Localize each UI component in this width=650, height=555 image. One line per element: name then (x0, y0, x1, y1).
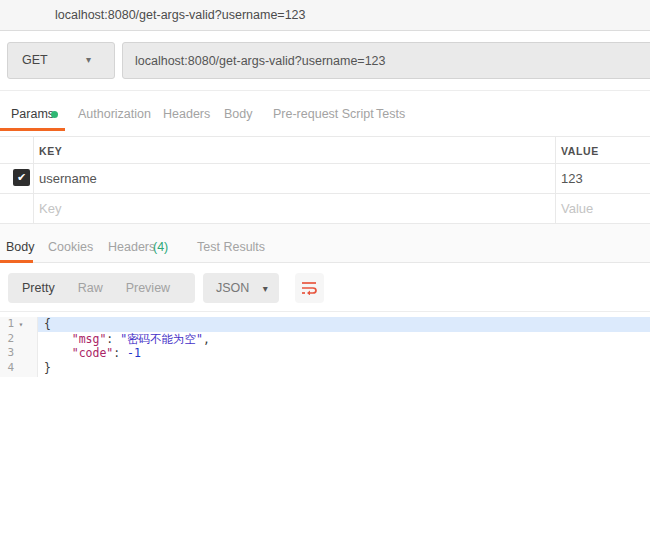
column-header-key: KEY (39, 145, 62, 157)
new-param-value-field[interactable]: Value (561, 201, 593, 216)
fold-toggle-icon[interactable]: ▾ (14, 317, 28, 332)
line-number: 3 (0, 346, 14, 361)
response-tab-body[interactable]: Body (6, 240, 35, 254)
method-select-value: GET (22, 53, 48, 67)
active-tab-underline (0, 260, 33, 263)
json-key: "code" (72, 346, 114, 360)
view-mode-pretty[interactable]: Pretty (22, 273, 55, 303)
tab-headers[interactable]: Headers (163, 107, 210, 121)
view-mode-preview[interactable]: Preview (126, 273, 170, 303)
json-string-value: "密码不能为空" (120, 332, 203, 346)
tab-params[interactable]: Params (11, 107, 54, 121)
tab-tests[interactable]: Tests (376, 107, 405, 121)
view-mode-group: Pretty Raw Preview (8, 273, 195, 303)
column-header-value: VALUE (561, 145, 599, 157)
param-value-field[interactable]: 123 (561, 171, 583, 186)
method-select[interactable]: GET ▾ (7, 42, 115, 79)
code-line: 2 "msg": "密码不能为空", (0, 332, 650, 347)
json-number-value: -1 (127, 346, 141, 360)
chevron-down-icon: ▾ (263, 283, 268, 294)
response-tabs-bar: Body Cookies Headers (4) Test Results (0, 224, 650, 263)
table-column-divider (555, 136, 556, 223)
response-tab-headers[interactable]: Headers (108, 240, 155, 254)
line-number: 1 (0, 317, 14, 332)
check-icon: ✔ (17, 171, 26, 183)
format-select[interactable]: JSON ▾ (203, 273, 279, 303)
line-number: 4 (0, 361, 14, 376)
chevron-down-icon: ▾ (86, 54, 91, 65)
code-text: { (38, 317, 650, 332)
response-tab-cookies[interactable]: Cookies (48, 240, 93, 254)
code-line: 3 "code": -1 (0, 346, 650, 361)
table-border (0, 193, 650, 194)
tab-pre-request-script[interactable]: Pre-request Script (273, 107, 374, 121)
request-tab-bar: localhost:8080/get-args-valid?username=1… (0, 0, 650, 31)
view-mode-raw[interactable]: Raw (78, 273, 103, 303)
param-enabled-checkbox[interactable]: ✔ (13, 169, 30, 186)
table-border (0, 136, 650, 137)
postman-window: localhost:8080/get-args-valid?username=1… (0, 0, 650, 555)
params-active-dot-icon (51, 111, 58, 118)
divider (0, 311, 650, 312)
code-line: 4 } (0, 361, 650, 376)
param-key-field[interactable]: username (39, 171, 97, 186)
code-text: "msg": "密码不能为空", (38, 332, 650, 347)
response-tab-test-results[interactable]: Test Results (197, 240, 265, 254)
table-column-divider (33, 136, 34, 223)
code-text: "code": -1 (38, 346, 650, 361)
divider (0, 90, 650, 91)
code-text: } (38, 361, 650, 376)
json-key: "msg" (72, 332, 107, 346)
code-line: 1 ▾ { (0, 317, 650, 332)
format-select-value: JSON (216, 281, 249, 295)
wrap-text-icon (301, 280, 318, 295)
url-input[interactable] (123, 43, 650, 78)
tab-authorization[interactable]: Authorization (78, 107, 151, 121)
wrap-text-button[interactable] (295, 273, 324, 303)
table-border (0, 163, 650, 164)
url-field-container (122, 42, 650, 79)
new-param-key-field[interactable]: Key (39, 201, 61, 216)
tab-body[interactable]: Body (224, 107, 253, 121)
request-tab-title[interactable]: localhost:8080/get-args-valid?username=1… (55, 8, 306, 22)
active-tab-underline (0, 128, 65, 131)
headers-count-badge: (4) (153, 240, 168, 254)
line-number: 2 (0, 332, 14, 347)
response-body-viewer[interactable]: 1 ▾ { 2 "msg": "密码不能为空", 3 "code": -1 4 (0, 317, 650, 375)
